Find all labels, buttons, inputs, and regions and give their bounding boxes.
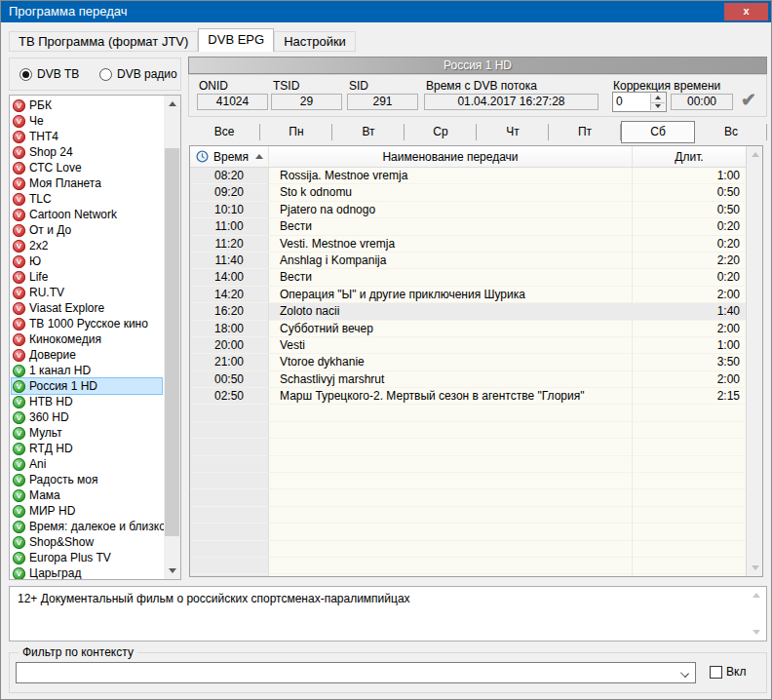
program-title xyxy=(269,422,633,439)
program-row[interactable]: 14:20Операция "Ы" и другие приключения Ш… xyxy=(190,287,746,303)
channel-v-icon: V xyxy=(13,146,25,159)
day-tab[interactable]: Сб xyxy=(621,121,695,143)
channel-item[interactable]: VTLC xyxy=(12,191,162,207)
spin-down-icon[interactable] xyxy=(651,102,665,111)
channel-item[interactable]: VЮ xyxy=(12,253,162,269)
channel-item[interactable]: VМоя Планета xyxy=(12,175,162,191)
day-tab[interactable]: Пт xyxy=(549,121,621,143)
channel-item[interactable]: VRTД HD xyxy=(12,441,162,456)
column-header-duration[interactable]: Длит. xyxy=(633,146,746,167)
program-time xyxy=(190,489,269,506)
channel-item[interactable]: VShop 24 xyxy=(12,144,162,160)
correction-spinner[interactable]: 0 xyxy=(612,92,667,112)
program-row[interactable]: 20:00Vesti1:00 xyxy=(190,337,746,354)
program-row[interactable]: 16:20Zoloto nacii1:40 xyxy=(190,303,746,320)
program-row[interactable]: 11:40Anshlag i Kompanija2:20 xyxy=(190,253,746,269)
onid-value: 41024 xyxy=(197,94,268,110)
program-time: 16:20 xyxy=(190,303,269,320)
scroll-down-icon[interactable] xyxy=(747,560,763,576)
app-window: Программа передач x ТВ Программа (формат… xyxy=(0,0,772,700)
channel-item[interactable]: VСТС Love xyxy=(12,160,162,175)
channel-item[interactable]: VТВ 1000 Русское кино xyxy=(12,316,162,331)
filter-combobox[interactable] xyxy=(16,662,696,683)
top-tab[interactable]: ТВ Программа (формат JTV) xyxy=(9,31,198,52)
program-row-empty xyxy=(190,574,746,577)
program-row[interactable]: 14:00Вести0:20 xyxy=(190,269,746,286)
channel-item[interactable]: VОт и До xyxy=(12,222,162,238)
scroll-down-icon[interactable] xyxy=(164,563,180,579)
day-tab[interactable]: Вт xyxy=(332,121,405,143)
column-header-time[interactable]: Время xyxy=(190,146,269,167)
channel-item[interactable]: V2x2 xyxy=(12,238,162,253)
channel-item[interactable]: VМИР HD xyxy=(12,503,162,519)
program-row[interactable]: 10:10Pjatero na odnogo0:50 xyxy=(190,202,746,218)
spin-up-icon[interactable] xyxy=(651,94,665,102)
channel-item[interactable]: VКинокомедия xyxy=(12,331,162,347)
channel-item[interactable]: VEuropa Plus TV xyxy=(12,550,162,565)
channel-item[interactable]: VНТВ HD xyxy=(12,394,162,409)
day-tab[interactable]: Все xyxy=(188,121,260,143)
channel-item[interactable]: VРоссия 1 HD xyxy=(12,378,162,394)
channel-item[interactable]: VДоверие xyxy=(12,347,162,363)
channel-item[interactable]: VТНТ4 xyxy=(12,129,162,144)
program-row[interactable]: 09:20Sto k odnomu0:50 xyxy=(190,184,746,201)
apply-check-icon[interactable]: ✔ xyxy=(741,89,756,111)
spinner-buttons xyxy=(650,94,665,110)
scroll-up-icon[interactable] xyxy=(753,593,760,598)
scroll-down-icon[interactable] xyxy=(753,630,760,635)
correction-label: Коррекция времени xyxy=(613,79,720,93)
channel-item[interactable]: VЦарьград xyxy=(12,565,162,580)
program-row[interactable]: 18:00Субботний вечер2:00 xyxy=(190,321,746,337)
program-duration xyxy=(633,439,746,455)
program-time xyxy=(190,524,269,540)
table-scrollbar[interactable] xyxy=(746,146,762,576)
program-title xyxy=(269,473,633,489)
channel-item[interactable]: VВремя: далекое и близкое xyxy=(12,519,162,534)
program-duration xyxy=(633,456,746,473)
channel-item[interactable]: VМама xyxy=(12,487,162,503)
day-tab[interactable]: Пн xyxy=(260,121,332,143)
channel-item[interactable]: VAni xyxy=(12,456,162,472)
channel-item[interactable]: VLife xyxy=(12,269,162,285)
scroll-up-icon[interactable] xyxy=(747,146,763,163)
program-time xyxy=(190,439,269,455)
channel-v-icon: V xyxy=(13,224,25,237)
channel-item[interactable]: V360 HD xyxy=(12,409,162,425)
scroll-up-icon[interactable] xyxy=(164,96,180,112)
chevron-down-icon[interactable] xyxy=(680,669,689,678)
stream-info-panel: ONID 41024 TSID 29 SID 291 Время с DVB п… xyxy=(188,74,767,117)
tsid-label: TSID xyxy=(273,79,299,93)
top-tab[interactable]: DVB EPG xyxy=(198,28,274,52)
scrollbar-thumb[interactable] xyxy=(165,148,179,536)
close-button[interactable]: x xyxy=(724,3,768,20)
top-tab[interactable]: Настройки xyxy=(274,31,356,52)
day-tab[interactable]: Ср xyxy=(405,121,477,143)
channel-name: Моя Планета xyxy=(29,176,101,190)
channel-item[interactable]: VЧе xyxy=(12,113,162,129)
filter-enabled-checkbox[interactable] xyxy=(710,666,722,679)
day-tab[interactable]: Чт xyxy=(477,121,549,143)
radio-dvb-tv[interactable]: DVB ТВ xyxy=(19,67,79,81)
channel-list-scrollbar[interactable] xyxy=(164,96,180,579)
column-header-name[interactable]: Наименование передачи xyxy=(269,146,633,167)
channel-name: Shop&Show xyxy=(29,535,94,549)
program-row[interactable]: 02:50Марш Турецкого-2. Мертвый сезон в а… xyxy=(190,388,746,405)
program-row[interactable]: 11:00Вести0:20 xyxy=(190,218,746,235)
channel-name: Радость моя xyxy=(29,473,97,486)
program-time: 18:00 xyxy=(190,321,269,337)
program-row[interactable]: 11:20Vesti. Mestnoe vremja0:20 xyxy=(190,236,746,253)
channel-item[interactable]: VShop&Show xyxy=(12,534,162,550)
channel-item[interactable]: VViasat Explore xyxy=(12,300,162,316)
channel-item[interactable]: VRU.TV xyxy=(12,285,162,300)
day-tab[interactable]: Вс xyxy=(695,121,767,143)
channel-item[interactable]: VМульт xyxy=(12,425,162,441)
channel-item[interactable]: VРадость моя xyxy=(12,472,162,487)
radio-dvb-radio[interactable]: DVB радио xyxy=(99,67,177,81)
program-row[interactable]: 08:20Rossija. Mestnoe vremja1:00 xyxy=(190,168,746,184)
channel-item[interactable]: V1 канал HD xyxy=(12,363,162,378)
channel-item[interactable]: VCartoon Network xyxy=(12,207,162,222)
program-row-empty xyxy=(190,507,746,524)
channel-item[interactable]: VРБК xyxy=(12,97,162,113)
program-row[interactable]: 00:50Schastlivyj marshrut2:00 xyxy=(190,371,746,388)
program-row[interactable]: 21:00Vtoroe dykhanie3:50 xyxy=(190,354,746,370)
